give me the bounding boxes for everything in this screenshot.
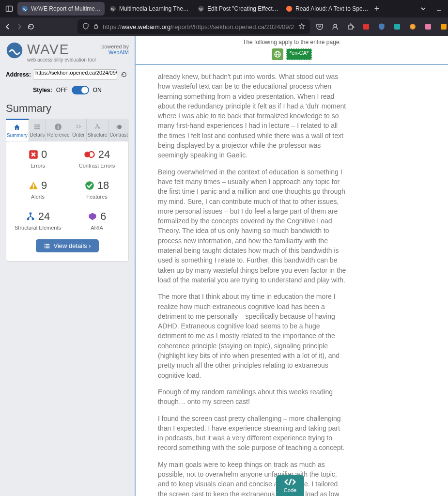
minimize-icon[interactable] xyxy=(432,1,446,16)
tab-structure[interactable]: Structure xyxy=(87,119,109,141)
svg-rect-0 xyxy=(6,6,13,12)
svg-rect-19 xyxy=(36,126,40,127)
svg-point-27 xyxy=(98,127,100,128)
ext-pink-icon[interactable] xyxy=(422,21,434,32)
structural-cell[interactable]: 24 Structural Elements xyxy=(10,210,65,231)
powered-by-label: powered by xyxy=(101,44,129,49)
wave-sidebar: WAVE web accessibility evaluation tool p… xyxy=(0,36,136,496)
tab-contrast[interactable]: Contrast xyxy=(108,119,129,141)
address-refresh-icon[interactable] xyxy=(119,70,129,79)
close-icon[interactable]: × xyxy=(104,5,105,13)
url-bar[interactable]: https://wave.webaim.org/report#/https://… xyxy=(77,19,310,34)
tab-order[interactable]: Order xyxy=(71,119,87,141)
tab-label: Edit Post "Creating Effect… xyxy=(207,5,278,12)
alert-icon xyxy=(29,181,38,190)
svg-point-29 xyxy=(117,124,122,129)
tab-label: Multimedia Learning The… xyxy=(119,5,189,12)
tab-read-aloud[interactable]: Read Aloud: A Text to Spe… × xyxy=(282,2,369,16)
svg-point-25 xyxy=(97,124,98,125)
home-icon xyxy=(13,123,21,132)
back-button[interactable] xyxy=(4,20,12,33)
ext-shield-icon[interactable] xyxy=(376,21,387,32)
wordpress-favicon: W xyxy=(198,5,204,12)
svg-rect-9 xyxy=(94,26,98,28)
account-icon[interactable] xyxy=(329,21,341,32)
svg-point-37 xyxy=(27,218,29,220)
shield-icon[interactable] xyxy=(82,23,89,31)
lock-icon[interactable] xyxy=(93,23,99,31)
nav-bar: https://wave.webaim.org/report#/https://… xyxy=(0,17,448,36)
order-icon xyxy=(74,123,83,131)
features-cell[interactable]: 18 Features xyxy=(69,179,124,200)
list-tabs-icon[interactable] xyxy=(416,1,431,16)
apply-text: The following apply to the entire page: xyxy=(136,36,448,48)
ext-orange-icon[interactable] xyxy=(438,21,448,32)
wordpress-favicon: W xyxy=(109,5,116,12)
svg-rect-44 xyxy=(46,247,50,248)
code-icon xyxy=(283,478,297,486)
svg-point-15 xyxy=(7,43,22,58)
structural-icon xyxy=(26,212,35,221)
tab-details[interactable]: Details xyxy=(29,119,46,141)
svg-point-7 xyxy=(286,6,292,12)
contrast-errors-cell[interactable]: 24 Contrast Errors xyxy=(69,148,124,169)
forward-button[interactable] xyxy=(15,20,23,33)
pocket-icon[interactable] xyxy=(314,21,325,32)
reload-button[interactable] xyxy=(27,20,35,33)
wave-favicon xyxy=(21,5,28,12)
svg-point-24 xyxy=(58,124,59,125)
extensions-icon[interactable] xyxy=(345,21,356,32)
lang-badge[interactable]: *en-CA* xyxy=(286,48,312,60)
aria-cell[interactable]: 6 ARIA xyxy=(69,210,124,231)
contrast-error-icon xyxy=(84,150,95,159)
address-input[interactable]: https://sekhon.opened.ca/2024/09/28/mul xyxy=(33,69,117,80)
svg-rect-39 xyxy=(45,244,46,245)
wave-title: WAVE xyxy=(27,42,96,57)
tab-summary[interactable]: Summary xyxy=(6,119,29,141)
svg-rect-33 xyxy=(33,185,34,187)
wave-subtitle: web accessibility evaluation tool xyxy=(27,57,96,62)
close-icon[interactable]: × xyxy=(192,5,193,13)
paragraph: I found the screen cast pretty challengi… xyxy=(158,414,347,453)
tab-multimedia[interactable]: W Multimedia Learning The… × xyxy=(106,2,193,16)
list-white-icon xyxy=(44,243,50,249)
ext-circle-icon[interactable] xyxy=(407,21,418,32)
content-scroll[interactable]: already knew, but hadn't put into words.… xyxy=(136,64,448,496)
ext-teal-icon[interactable] xyxy=(391,21,403,32)
svg-point-11 xyxy=(334,24,337,27)
alerts-cell[interactable]: 9 Alerts xyxy=(10,179,65,200)
svg-rect-16 xyxy=(34,124,36,125)
svg-rect-43 xyxy=(45,247,46,248)
off-label: OFF xyxy=(56,87,68,93)
svg-point-35 xyxy=(85,181,94,190)
tab-reference[interactable]: Reference xyxy=(46,119,71,141)
sidebar-toggle-icon[interactable] xyxy=(2,1,16,16)
styles-toggle[interactable] xyxy=(72,86,89,94)
paragraph: Being overwhelmed in the context of educ… xyxy=(158,167,347,285)
new-tab-button[interactable]: + xyxy=(370,2,384,16)
svg-text:W: W xyxy=(111,7,115,12)
tab-label: WAVE Report of Multime… xyxy=(31,5,101,12)
tab-strip: WAVE Report of Multime… × W Multimedia L… xyxy=(0,0,448,17)
bookmark-star-icon[interactable] xyxy=(298,23,305,31)
svg-marker-10 xyxy=(299,23,305,29)
tab-wave-report[interactable]: WAVE Report of Multime… × xyxy=(17,2,105,16)
code-toggle-tab[interactable]: Code xyxy=(276,475,304,496)
aria-icon xyxy=(88,212,97,221)
globe-badge-icon[interactable] xyxy=(272,48,283,60)
webaim-link[interactable]: WebAIM xyxy=(108,49,129,55)
svg-rect-20 xyxy=(34,128,36,129)
errors-cell[interactable]: 0 Errors xyxy=(10,148,65,169)
ext-badge-icon[interactable] xyxy=(360,21,372,32)
paragraph: already knew, but hadn't put into words.… xyxy=(158,72,347,160)
info-icon xyxy=(54,123,62,131)
paragraph: My main goals were to keep things on tra… xyxy=(158,460,347,496)
list-icon xyxy=(33,123,42,131)
address-label: Address: xyxy=(6,71,31,78)
svg-rect-34 xyxy=(33,187,34,189)
wave-tabs: Summary Details Reference Order Structur… xyxy=(6,119,129,141)
wave-logo xyxy=(6,42,23,59)
contrast-icon xyxy=(114,123,123,131)
tab-edit-post[interactable]: W Edit Post "Creating Effect… × xyxy=(194,2,281,16)
view-details-button[interactable]: View details › xyxy=(36,239,98,252)
